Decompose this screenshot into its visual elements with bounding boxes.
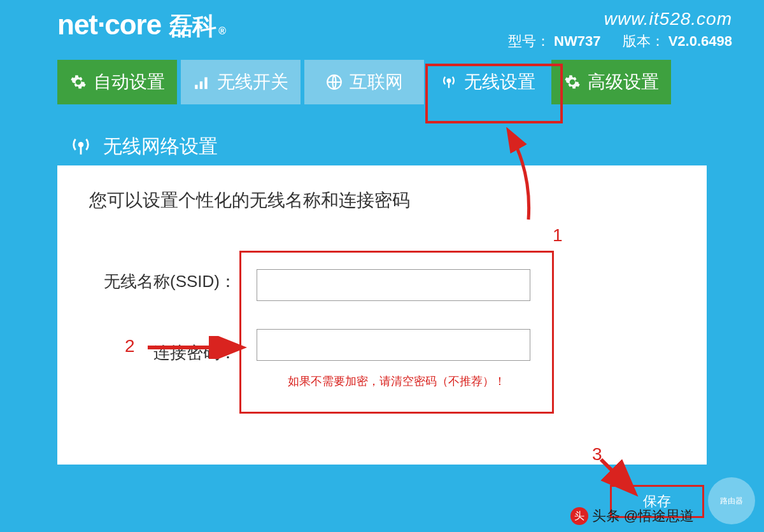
ssid-input[interactable] xyxy=(257,269,530,301)
svg-point-5 xyxy=(79,143,83,146)
annotation-arrow-1 xyxy=(497,127,548,223)
tab-auto-settings[interactable]: 自动设置 xyxy=(57,60,177,104)
panel-title: 无线网络设置 xyxy=(103,134,218,160)
settings-panel: 无线网络设置 您可以设置个性化的无线名称和连接密码 无线名称(SSID)： 连接… xyxy=(57,127,707,465)
tab-label: 互联网 xyxy=(350,70,403,94)
tab-label: 自动设置 xyxy=(94,70,165,94)
site-url: www.it528.com xyxy=(490,9,732,29)
antenna-icon xyxy=(70,136,92,157)
signal-bars-icon xyxy=(193,73,211,91)
gear-icon xyxy=(69,73,87,91)
tab-label: 高级设置 xyxy=(588,70,659,94)
gear-icon xyxy=(563,73,581,91)
ssid-label: 无线名称(SSID)： xyxy=(91,270,236,293)
svg-rect-0 xyxy=(195,85,197,89)
svg-rect-2 xyxy=(204,77,207,88)
svg-line-7 xyxy=(601,459,633,491)
globe-icon xyxy=(325,73,343,91)
antenna-icon xyxy=(440,73,458,91)
panel-intro: 您可以设置个性化的无线名称和连接密码 xyxy=(89,188,675,213)
brand-cn: 磊科 xyxy=(169,10,216,43)
panel-header: 无线网络设置 xyxy=(57,127,707,165)
toutiao-badge-icon: 头 xyxy=(570,507,588,525)
svg-rect-1 xyxy=(200,81,202,89)
brand-reg: ® xyxy=(218,25,225,37)
model-value: NW737 xyxy=(554,33,600,49)
tab-advanced-settings[interactable]: 高级设置 xyxy=(551,60,671,104)
brand-en: net·core xyxy=(57,9,161,41)
main-nav: 自动设置 无线开关 互联网 无线设置 高级设置 xyxy=(0,60,764,104)
annotation-number-1: 1 xyxy=(553,225,563,246)
svg-point-4 xyxy=(448,79,451,82)
footer-credit: 头 头条 @悟途思道 xyxy=(570,507,694,526)
model-label: 型号： xyxy=(508,33,550,49)
watermark-text: 路由器 xyxy=(720,496,743,505)
annotation-arrow-3 xyxy=(597,456,642,500)
tab-wireless-switch[interactable]: 无线开关 xyxy=(181,60,301,104)
watermark-badge: 路由器 xyxy=(708,477,755,524)
device-meta: 型号： NW737 版本： V2.0.6498 xyxy=(490,32,732,51)
annotation-arrow-2 xyxy=(145,336,247,359)
version-label: 版本： xyxy=(623,33,665,49)
footer-prefix: 头条 xyxy=(592,507,620,526)
footer-handle: @悟途思道 xyxy=(624,507,694,526)
tab-label: 无线设置 xyxy=(464,70,535,94)
tab-wireless-settings[interactable]: 无线设置 xyxy=(428,60,548,104)
brand-logo: net·core 磊科 ® xyxy=(57,9,225,43)
form-highlight-box: 无线名称(SSID)： 连接密码： 如果不需要加密，请清空密码（不推荐）！ xyxy=(239,251,554,414)
annotation-number-2: 2 xyxy=(125,336,135,356)
version-value: V2.0.6498 xyxy=(668,33,732,49)
tab-label: 无线开关 xyxy=(217,70,288,94)
password-input[interactable] xyxy=(257,329,530,361)
tab-internet[interactable]: 互联网 xyxy=(304,60,424,104)
password-hint: 如果不需要加密，请清空密码（不推荐）！ xyxy=(257,374,537,389)
